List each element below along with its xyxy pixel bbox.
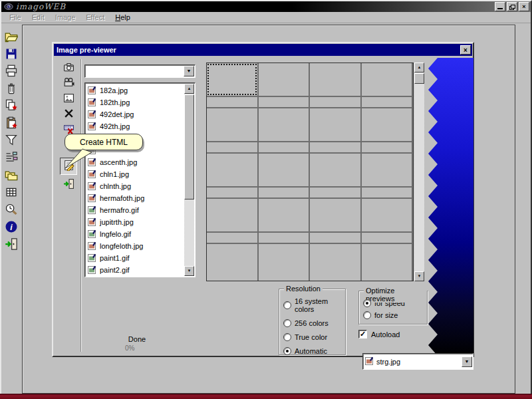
list-item[interactable]: 492det.jpg	[86, 108, 184, 120]
list-item[interactable]: hermafro.gif	[86, 204, 184, 216]
preview-grid-scrollbar[interactable]: ▲ ▼	[414, 63, 424, 281]
preview-cell[interactable]	[207, 244, 259, 281]
scroll-up-icon[interactable]: ▲	[184, 84, 194, 94]
copy-button[interactable]	[3, 99, 19, 114]
preview-cell[interactable]	[362, 97, 414, 108]
preview-cell[interactable]	[207, 154, 259, 188]
picture-button[interactable]	[60, 92, 77, 106]
file-list-scrollbar[interactable]: ▲ ▼	[184, 84, 194, 276]
exit-button[interactable]	[60, 178, 77, 192]
filter-button[interactable]	[3, 134, 19, 148]
preview-cell[interactable]	[259, 199, 311, 233]
close-button[interactable]: ×	[519, 2, 529, 11]
preview-cell[interactable]	[259, 154, 311, 188]
preview-cell[interactable]	[259, 233, 311, 244]
minimize-button[interactable]	[495, 2, 505, 11]
open-folder-button[interactable]	[3, 30, 19, 45]
scroll-down-icon[interactable]: ▼	[184, 266, 194, 276]
image-select-combo-arrow-icon[interactable]: ▼	[184, 66, 194, 76]
preview-cell[interactable]	[362, 244, 414, 281]
menu-item-image[interactable]: Image	[50, 13, 81, 22]
filename-combo[interactable]: strg.jpg ▼	[362, 353, 473, 370]
preview-cell[interactable]	[310, 154, 362, 188]
preview-cell[interactable]	[259, 244, 311, 281]
video-camera-button[interactable]	[60, 76, 77, 91]
preview-cell[interactable]	[207, 108, 259, 142]
resolution-option-automatic[interactable]: Automatic	[283, 347, 345, 355]
list-item[interactable]: chln1.jpg	[86, 168, 184, 180]
preview-cell[interactable]	[310, 244, 362, 281]
preview-cell[interactable]	[362, 142, 414, 154]
camera-button[interactable]	[60, 61, 77, 76]
preview-cell[interactable]	[362, 199, 414, 233]
radio-button[interactable]	[283, 301, 291, 309]
preview-cell[interactable]	[362, 63, 414, 97]
menu-item-effect[interactable]: Effect	[80, 13, 110, 22]
preview-cell[interactable]	[207, 199, 259, 233]
radio-button[interactable]	[283, 333, 291, 341]
preview-cell[interactable]	[310, 63, 362, 97]
dialog-close-button[interactable]: ×	[460, 45, 471, 55]
grid-button[interactable]	[3, 186, 19, 200]
menu-item-edit[interactable]: Edit	[27, 13, 50, 22]
preview-cell[interactable]	[207, 188, 259, 199]
list-item[interactable]: paint2.gif	[86, 264, 184, 275]
scroll-up-icon[interactable]: ▲	[414, 63, 424, 72]
zoom-button[interactable]	[3, 203, 19, 217]
delete-button[interactable]	[3, 82, 19, 96]
menu-item-file[interactable]: File	[4, 13, 27, 22]
preview-cell[interactable]	[310, 108, 362, 142]
radio-button[interactable]	[363, 311, 371, 319]
preview-cell[interactable]	[362, 108, 414, 142]
scroll-down-icon[interactable]: ▼	[414, 271, 424, 281]
image-select-combo[interactable]: ▼	[84, 65, 196, 78]
list-item[interactable]: longfeloth.jpg	[86, 240, 184, 252]
list-item[interactable]: ascenth.jpg	[86, 156, 184, 168]
preview-cell[interactable]	[259, 188, 311, 199]
info-button[interactable]: i	[3, 220, 19, 235]
preview-cell[interactable]	[310, 199, 362, 233]
preview-cell[interactable]	[362, 188, 414, 199]
scrollbar-thumb[interactable]	[184, 94, 194, 200]
list-item[interactable]: paint1.gif	[86, 252, 184, 264]
delete-x-button[interactable]	[60, 107, 77, 122]
resolution-option-true-color[interactable]: True color	[283, 333, 345, 341]
list-item[interactable]: 182a.jpg	[86, 84, 184, 96]
paste-button[interactable]	[3, 116, 19, 131]
autoload-checkbox[interactable]: ✓	[358, 330, 367, 338]
list-item[interactable]: lngfelo.gif	[86, 228, 184, 240]
preview-cell[interactable]	[259, 63, 311, 97]
preview-cell[interactable]	[362, 154, 414, 188]
folders-button[interactable]	[3, 168, 19, 183]
dialog-titlebar[interactable]: Image pre-viewer ×	[54, 44, 472, 56]
radio-button[interactable]	[363, 299, 371, 307]
preview-cell[interactable]	[259, 97, 311, 108]
list-item[interactable]: chlnth.jpg	[86, 180, 184, 192]
resolution-option-256-colors[interactable]: 256 colors	[283, 319, 345, 327]
preview-cell[interactable]	[259, 142, 311, 154]
preview-cell[interactable]	[310, 188, 362, 199]
autoload-checkbox-row[interactable]: ✓ Autoload	[358, 330, 400, 338]
scrollbar-thumb[interactable]	[414, 73, 424, 84]
filename-combo-arrow-icon[interactable]: ▼	[462, 356, 472, 367]
radio-button[interactable]	[283, 319, 291, 327]
batch-options-button[interactable]	[3, 151, 19, 166]
menu-item-help[interactable]: Help	[110, 13, 136, 22]
restore-button[interactable]	[507, 2, 517, 11]
save-button[interactable]	[3, 47, 19, 62]
preview-cell[interactable]	[259, 108, 311, 142]
preview-cell[interactable]	[207, 142, 259, 154]
list-item[interactable]: hermafoth.jpg	[86, 192, 184, 204]
preview-cell[interactable]	[310, 233, 362, 244]
preview-cell[interactable]	[362, 233, 414, 244]
print-button[interactable]	[3, 65, 19, 79]
radio-button[interactable]	[283, 347, 291, 355]
exit-button[interactable]	[3, 237, 19, 252]
list-item[interactable]: 182th.jpg	[86, 96, 184, 108]
resolution-option-16-system-colors[interactable]: 16 system colors	[283, 297, 345, 313]
list-item[interactable]: jupitrth.jpg	[86, 216, 184, 228]
preview-cell[interactable]	[207, 233, 259, 244]
preview-cell[interactable]	[310, 97, 362, 108]
preview-cell-selected[interactable]	[207, 63, 259, 97]
list-item[interactable]: 492th.jpg	[86, 120, 184, 132]
